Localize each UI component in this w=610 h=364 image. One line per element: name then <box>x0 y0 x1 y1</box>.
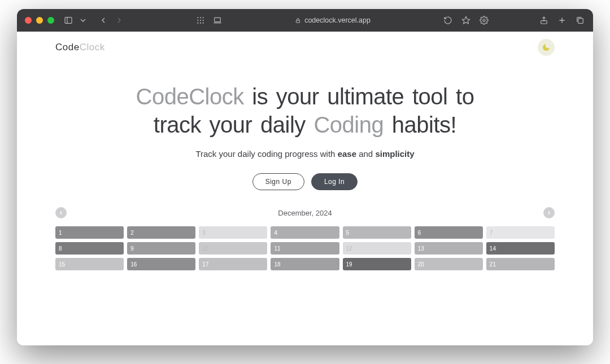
calendar-prev-button[interactable] <box>55 207 67 218</box>
forward-button[interactable] <box>114 15 124 25</box>
calendar-day-cell[interactable]: 8 <box>55 242 124 255</box>
new-tab-icon[interactable] <box>557 15 567 25</box>
hero-section: CodeClock is your ultimate tool to track… <box>17 63 593 195</box>
svg-rect-19 <box>578 19 583 24</box>
svg-point-2 <box>197 17 198 18</box>
apps-grid-icon[interactable] <box>195 15 206 25</box>
subheadline: Track your daily coding progress with ea… <box>51 149 559 159</box>
page-content: CodeClock CodeClock is your ultimate too… <box>17 32 593 345</box>
calendar-day-cell[interactable]: 17 <box>199 258 267 270</box>
calendar-day-cell[interactable]: 21 <box>486 258 555 270</box>
logo-text-a: Code <box>55 42 80 52</box>
svg-point-5 <box>197 20 198 21</box>
logo-text-b: Clock <box>80 42 105 52</box>
address-bar[interactable]: codeclock.vercel.app <box>227 16 438 24</box>
svg-rect-0 <box>65 17 72 24</box>
moon-icon <box>542 43 551 52</box>
headline-brand: CodeClock <box>136 84 244 109</box>
calendar-day-cell[interactable]: 9 <box>127 242 195 255</box>
calendar-day-cell[interactable]: 15 <box>55 258 124 270</box>
calendar-day-cell[interactable]: 5 <box>343 226 411 239</box>
browser-window: codeclock.vercel.app <box>17 9 593 345</box>
svg-point-8 <box>197 23 198 24</box>
url-text: codeclock.vercel.app <box>304 16 371 24</box>
calendar-day-cell[interactable]: 7 <box>486 226 555 239</box>
calendar-day-cell[interactable]: 19 <box>343 258 411 270</box>
svg-point-10 <box>203 23 204 24</box>
svg-point-4 <box>203 17 204 18</box>
svg-rect-13 <box>296 20 299 23</box>
headline: CodeClock is your ultimate tool to track… <box>124 82 486 139</box>
login-button[interactable]: Log In <box>311 173 358 190</box>
svg-marker-14 <box>462 16 469 24</box>
device-icon[interactable] <box>212 15 223 25</box>
calendar-header: December, 2024 <box>55 207 555 218</box>
cta-row: Sign Up Log In <box>51 173 559 190</box>
minimize-window-button[interactable] <box>36 17 43 24</box>
headline-tail: habits! <box>384 112 456 137</box>
calendar-day-cell[interactable]: 10 <box>199 242 267 255</box>
maximize-window-button[interactable] <box>47 17 54 24</box>
svg-point-3 <box>200 17 201 18</box>
refresh-icon[interactable] <box>443 15 453 25</box>
bookmark-star-icon[interactable] <box>461 15 471 25</box>
calendar-day-cell[interactable]: 2 <box>127 226 195 239</box>
lock-icon <box>295 17 301 24</box>
svg-point-9 <box>200 23 201 24</box>
theme-toggle-button[interactable] <box>538 39 555 56</box>
svg-point-7 <box>203 20 204 21</box>
window-controls <box>25 17 54 24</box>
calendar-day-cell[interactable]: 4 <box>271 226 339 239</box>
calendar-day-cell[interactable]: 20 <box>415 258 483 270</box>
sidebar-toggle-icon[interactable] <box>63 15 73 25</box>
calendar-day-cell[interactable]: 12 <box>343 242 411 255</box>
signup-button[interactable]: Sign Up <box>252 173 304 190</box>
calendar-day-cell[interactable]: 6 <box>415 226 483 239</box>
svg-point-6 <box>200 20 201 21</box>
back-button[interactable] <box>98 15 108 25</box>
site-logo[interactable]: CodeClock <box>55 42 105 53</box>
calendar-day-cell[interactable]: 18 <box>271 258 339 270</box>
calendar-day-cell[interactable]: 1 <box>55 226 124 239</box>
tabs-overview-icon[interactable] <box>575 15 585 25</box>
site-header: CodeClock <box>17 32 593 63</box>
calendar-section: December, 2024 1234567891011121314151617… <box>17 195 593 270</box>
share-icon[interactable] <box>539 15 549 25</box>
calendar-title: December, 2024 <box>278 209 332 217</box>
calendar-day-cell[interactable]: 14 <box>486 242 555 255</box>
dropdown-chevron-icon[interactable] <box>78 15 88 25</box>
svg-rect-11 <box>215 17 221 21</box>
headline-word: Coding <box>313 112 384 137</box>
close-window-button[interactable] <box>25 17 32 24</box>
calendar-day-cell[interactable]: 11 <box>271 242 339 255</box>
calendar-grid: 123456789101112131415161718192021 <box>55 226 555 270</box>
calendar-next-button[interactable] <box>543 207 555 218</box>
browser-toolbar: codeclock.vercel.app <box>17 9 593 32</box>
calendar-day-cell[interactable]: 13 <box>415 242 483 255</box>
settings-gear-icon[interactable] <box>479 15 489 25</box>
calendar-day-cell[interactable]: 3 <box>199 226 267 239</box>
svg-point-15 <box>483 19 485 21</box>
calendar-day-cell[interactable]: 16 <box>127 258 195 270</box>
